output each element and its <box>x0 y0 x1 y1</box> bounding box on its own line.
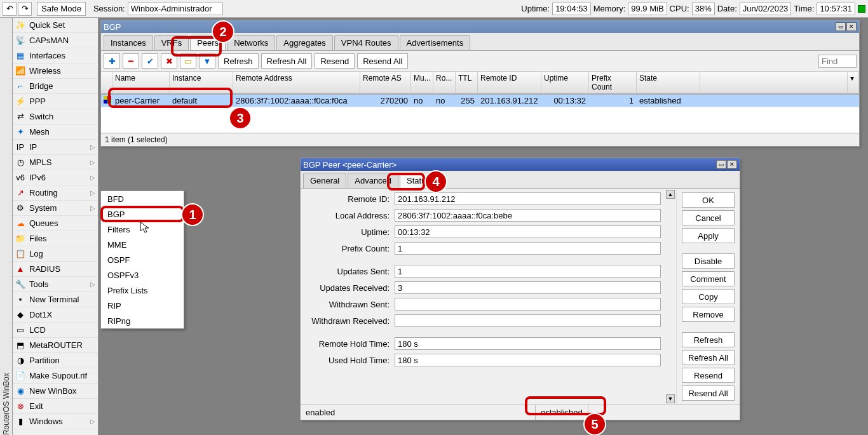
minimize-icon[interactable]: ▭ <box>836 22 846 31</box>
sidebar-item-radius[interactable]: ▲RADIUS <box>13 262 98 277</box>
submenu-item-bgp[interactable]: BGP <box>101 206 184 222</box>
remove-button[interactable]: ━ <box>123 53 139 69</box>
column-header[interactable]: Mu... <box>411 72 433 94</box>
sidebar-item-new-winbox[interactable]: ◉New WinBox <box>13 384 98 399</box>
sidebar-item-mesh[interactable]: ✦Mesh <box>13 124 98 140</box>
refresh-button[interactable]: Refresh <box>682 332 735 347</box>
tab-vpn4-routes[interactable]: VPN4 Routes <box>334 35 398 50</box>
ok-button[interactable]: OK <box>682 192 735 208</box>
sidebar-item-windows[interactable]: ▮Windows▷ <box>13 414 98 429</box>
scroll-up-icon[interactable]: ▲ <box>666 190 675 199</box>
column-header[interactable]: Remote ID <box>478 72 541 94</box>
sidebar-item-ip[interactable]: IPIP▷ <box>13 140 98 155</box>
column-header[interactable]: Ro... <box>433 72 456 94</box>
refresh-button[interactable]: Refresh <box>218 53 259 69</box>
tab-networks[interactable]: Networks <box>227 35 275 50</box>
column-header[interactable]: Prefix Count <box>589 72 637 94</box>
field-input[interactable] <box>395 265 661 278</box>
column-header[interactable]: State <box>637 72 700 94</box>
sidebar-item-new-terminal[interactable]: ▪New Terminal <box>13 292 98 307</box>
sidebar-item-files[interactable]: 📁Files <box>13 231 98 246</box>
column-header[interactable]: Instance <box>170 72 233 94</box>
submenu-item-ospfv3[interactable]: OSPFv3 <box>101 267 184 283</box>
cancel-button[interactable]: Cancel <box>682 210 735 225</box>
disable-button[interactable]: Disable <box>682 253 735 269</box>
sidebar-item-log[interactable]: 📋Log <box>13 246 98 262</box>
field-input[interactable] <box>395 281 661 294</box>
enable-button[interactable]: ✔ <box>142 53 158 69</box>
column-header[interactable]: Remote Address <box>233 72 360 94</box>
resend-all-button[interactable]: Resend All <box>682 385 735 401</box>
field-input[interactable] <box>395 337 661 350</box>
remove-button[interactable]: Remove <box>682 307 735 322</box>
field-input[interactable] <box>395 298 661 311</box>
tab-advertisements[interactable]: Advertisements <box>400 35 471 50</box>
session-input[interactable] <box>128 3 223 15</box>
sidebar-item-switch[interactable]: ⇄Switch <box>13 109 98 124</box>
column-header[interactable]: Remote AS <box>360 72 411 94</box>
scroll-down-icon[interactable]: ▼ <box>666 394 675 403</box>
submenu-item-ripng[interactable]: RIPng <box>101 313 184 328</box>
minimize-icon[interactable]: ▭ <box>716 160 726 169</box>
safe-mode-button[interactable]: Safe Mode <box>37 2 86 16</box>
submenu-item-mme[interactable]: MME <box>101 237 184 252</box>
resend-all-button[interactable]: Resend All <box>357 53 408 69</box>
sidebar-item-interfaces[interactable]: ▦Interfaces <box>13 48 98 64</box>
sidebar-item-make-supout.rif[interactable]: 📄Make Supout.rif <box>13 368 98 384</box>
submenu-item-prefix lists[interactable]: Prefix Lists <box>101 283 184 298</box>
field-input[interactable] <box>395 192 661 205</box>
filter-button[interactable]: ▼ <box>199 53 215 69</box>
sidebar-item-metarouter[interactable]: ⬒MetaROUTER <box>13 338 98 353</box>
resend-button[interactable]: Resend <box>682 368 735 383</box>
field-input[interactable] <box>395 242 661 255</box>
submenu-item-filters[interactable]: Filters <box>101 222 184 237</box>
submenu-item-rip[interactable]: RIP <box>101 298 184 313</box>
sidebar-item-lcd[interactable]: ▭LCD <box>13 323 98 338</box>
tab-instances[interactable]: Instances <box>104 35 153 50</box>
resend-button[interactable]: Resend <box>315 53 355 69</box>
sidebar-item-mpls[interactable]: ◷MPLS▷ <box>13 155 98 170</box>
sidebar-item-partition[interactable]: ◑Partition <box>13 353 98 368</box>
sidebar-item-system[interactable]: ⚙System▷ <box>13 201 98 216</box>
column-header[interactable] <box>101 72 112 94</box>
sidebar-item-queues[interactable]: ☁Queues <box>13 216 98 231</box>
column-header[interactable]: Uptime <box>541 72 589 94</box>
column-menu-icon[interactable]: ▾ <box>848 72 859 94</box>
column-header[interactable]: Name <box>112 72 170 94</box>
sidebar-item-ppp[interactable]: ⚡PPP <box>13 94 98 109</box>
sidebar-item-tools[interactable]: 🔧Tools▷ <box>13 277 98 292</box>
apply-button[interactable]: Apply <box>682 228 735 243</box>
close-icon[interactable]: ✕ <box>846 22 857 31</box>
sidebar-item-quick-set[interactable]: ✨Quick Set <box>13 18 98 33</box>
field-input[interactable] <box>395 225 661 238</box>
tab-advanced[interactable]: Advanced <box>348 173 398 188</box>
disable-button[interactable]: ✖ <box>161 53 177 69</box>
find-input[interactable] <box>818 55 857 68</box>
column-header[interactable]: TTL <box>456 72 478 94</box>
sidebar-item-dot1x[interactable]: ◆Dot1X <box>13 307 98 323</box>
comment-button[interactable]: Comment <box>682 271 735 286</box>
peer-titlebar[interactable]: BGP Peer <peer-Carrier> ▭ ✕ <box>301 158 740 171</box>
field-input[interactable] <box>395 314 661 327</box>
sidebar-item-ipv6[interactable]: v6IPv6▷ <box>13 170 98 185</box>
refresh-all-button[interactable]: Refresh All <box>261 53 313 69</box>
submenu-item-ospf[interactable]: OSPF <box>101 252 184 267</box>
refresh-all-button[interactable]: Refresh All <box>682 350 735 365</box>
table-row[interactable]: peer-Carrier default 2806:3f7:1002:aaaa:… <box>101 95 859 107</box>
tab-vrfs[interactable]: VRFs <box>154 35 189 50</box>
add-button[interactable]: ✚ <box>104 53 120 69</box>
sidebar-item-exit[interactable]: ⊗Exit <box>13 399 98 414</box>
undo-button[interactable]: ↶ <box>3 2 17 16</box>
sidebar-item-bridge[interactable]: ⌐Bridge <box>13 79 98 94</box>
sidebar-item-capsman[interactable]: 📡CAPsMAN <box>13 33 98 48</box>
sidebar-item-wireless[interactable]: 📶Wireless <box>13 64 98 79</box>
redo-button[interactable]: ↷ <box>18 2 32 16</box>
copy-button[interactable]: Copy <box>682 289 735 304</box>
tab-aggregates[interactable]: Aggregates <box>276 35 333 50</box>
field-input[interactable] <box>395 209 661 222</box>
sidebar-item-routing[interactable]: ↗Routing▷ <box>13 185 98 201</box>
tab-general[interactable]: General <box>303 173 346 188</box>
close-icon[interactable]: ✕ <box>727 160 737 169</box>
submenu-item-bfd[interactable]: BFD <box>101 191 184 206</box>
field-input[interactable] <box>395 354 661 366</box>
